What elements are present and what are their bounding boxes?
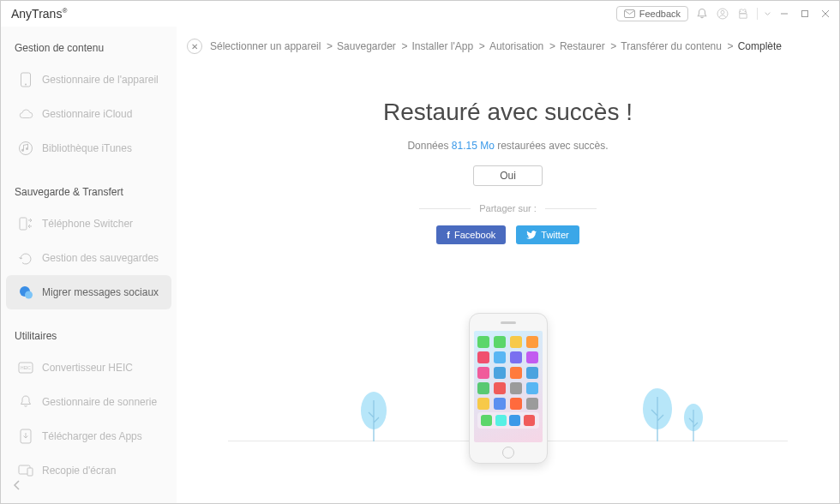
chat-icon bbox=[18, 285, 33, 300]
app-icon bbox=[510, 351, 522, 363]
svg-rect-4 bbox=[802, 11, 808, 17]
sidebar-item-label: Gestionnaire de sonnerie bbox=[42, 396, 157, 408]
app-icon bbox=[526, 367, 538, 379]
sidebar: Gestion de contenu Gestionnaire de l'app… bbox=[1, 27, 177, 503]
breadcrumb: ✕ Sélectionner un appareil > Sauvegarder… bbox=[177, 27, 839, 63]
sidebar-item-label: Gestionnaire iCloud bbox=[42, 108, 132, 120]
sidebar-item-label: Télécharger des Apps bbox=[42, 430, 142, 442]
app-icon bbox=[526, 351, 538, 363]
sidebar-item-switcher[interactable]: Téléphone Switcher bbox=[6, 207, 171, 241]
account-icon[interactable] bbox=[716, 7, 729, 21]
sidebar-item-label: Téléphone Switcher bbox=[42, 218, 133, 230]
maximize-icon[interactable] bbox=[798, 7, 812, 21]
dock-app-icon bbox=[509, 415, 520, 426]
svg-point-9 bbox=[20, 142, 33, 155]
app-icon bbox=[510, 398, 522, 410]
switch-icon bbox=[18, 216, 33, 231]
sidebar-item-itunes[interactable]: Bibliothèque iTunes bbox=[6, 131, 171, 165]
breadcrumb-step[interactable]: Transférer du contenu > bbox=[621, 40, 733, 52]
svg-point-2 bbox=[721, 10, 724, 14]
sidebar-item-label: Gestionnaire de l'appareil bbox=[42, 74, 159, 86]
breadcrumb-close-icon[interactable]: ✕ bbox=[187, 39, 202, 54]
svg-text:HEIC: HEIC bbox=[21, 365, 31, 370]
share-label: Partager sur : bbox=[479, 203, 537, 213]
illustration bbox=[228, 308, 788, 471]
window-controls: Feedback bbox=[616, 6, 832, 21]
breadcrumb-step[interactable]: Autorisation > bbox=[489, 40, 555, 52]
app-icon bbox=[494, 382, 506, 394]
breadcrumb-step-active[interactable]: Complète bbox=[738, 40, 782, 52]
app-icon bbox=[510, 367, 522, 379]
tree-icon bbox=[639, 388, 676, 441]
breadcrumb-step[interactable]: Installer l'App > bbox=[412, 40, 485, 52]
dock-app-icon bbox=[524, 415, 535, 426]
sidebar-section-backup: Sauvegarde & Transfert bbox=[1, 181, 177, 207]
heic-icon: HEIC bbox=[18, 360, 33, 375]
phone-icon bbox=[18, 72, 33, 87]
close-icon[interactable] bbox=[819, 7, 832, 21]
sidebar-item-ringtone[interactable]: Gestionnaire de sonnerie bbox=[6, 385, 171, 419]
facebook-icon: f bbox=[447, 230, 450, 240]
sidebar-collapse-icon[interactable] bbox=[13, 479, 21, 495]
sidebar-item-screen-mirror[interactable]: Recopie d'écran bbox=[6, 453, 171, 488]
main-panel: ✕ Sélectionner un appareil > Sauvegarder… bbox=[177, 27, 839, 503]
sidebar-item-social-messages[interactable]: Migrer messages sociaux bbox=[6, 275, 171, 309]
success-title: Restauré avec succès ! bbox=[177, 99, 839, 126]
notification-icon[interactable] bbox=[695, 7, 709, 21]
app-icon bbox=[477, 336, 489, 348]
mirror-icon bbox=[18, 463, 33, 478]
sidebar-item-label: Bibliothèque iTunes bbox=[42, 142, 132, 154]
titlebar: AnyTrans® Feedback bbox=[1, 1, 839, 27]
feedback-button[interactable]: Feedback bbox=[616, 6, 688, 21]
bell-icon bbox=[18, 394, 33, 410]
app-icon bbox=[477, 367, 489, 379]
sidebar-item-label: Convertisseur HEIC bbox=[42, 362, 133, 374]
app-icon bbox=[510, 336, 522, 348]
success-content: Restauré avec succès ! Données 81.15 Mo … bbox=[177, 63, 839, 501]
app-icon bbox=[510, 382, 522, 394]
cloud-icon bbox=[18, 106, 33, 122]
gift-icon[interactable] bbox=[736, 7, 750, 21]
ok-button[interactable]: Oui bbox=[473, 165, 543, 186]
twitter-icon bbox=[526, 231, 537, 239]
app-icon bbox=[494, 398, 506, 410]
svg-point-8 bbox=[25, 84, 27, 86]
feedback-label: Feedback bbox=[639, 9, 681, 19]
phone-illustration bbox=[469, 313, 548, 464]
app-icon bbox=[494, 351, 506, 363]
svg-rect-10 bbox=[20, 218, 27, 230]
sidebar-item-heic[interactable]: HEIC Convertisseur HEIC bbox=[6, 351, 171, 385]
svg-rect-17 bbox=[27, 468, 33, 476]
dropdown-icon[interactable] bbox=[757, 8, 771, 20]
tree-icon bbox=[357, 392, 391, 441]
sidebar-item-icloud[interactable]: Gestionnaire iCloud bbox=[6, 97, 171, 131]
minimize-icon[interactable] bbox=[777, 7, 791, 21]
breadcrumb-step[interactable]: Restaurer > bbox=[560, 40, 616, 52]
brand: AnyTrans® bbox=[11, 7, 67, 21]
app-icon bbox=[526, 398, 538, 410]
success-subline: Données 81.15 Mo restaurées avec succès. bbox=[177, 140, 839, 152]
app-icon bbox=[477, 351, 489, 363]
dock-app-icon bbox=[495, 415, 507, 426]
app-icon bbox=[526, 382, 538, 394]
facebook-button[interactable]: fFacebook bbox=[436, 225, 506, 244]
breadcrumb-step[interactable]: Sélectionner un appareil > bbox=[210, 40, 333, 52]
mail-icon bbox=[624, 9, 635, 18]
twitter-button[interactable]: Twitter bbox=[516, 225, 579, 244]
sidebar-item-label: Migrer messages sociaux bbox=[42, 286, 159, 298]
tree-icon bbox=[681, 404, 706, 441]
sidebar-item-backups[interactable]: Gestion des sauvegardes bbox=[6, 241, 171, 275]
app-icon bbox=[477, 398, 489, 410]
download-icon bbox=[18, 429, 33, 444]
sidebar-section-content: Gestion de contenu bbox=[1, 37, 177, 63]
sidebar-item-label: Gestion des sauvegardes bbox=[42, 252, 159, 264]
app-icon bbox=[526, 336, 538, 348]
app-icon bbox=[494, 367, 506, 379]
sidebar-item-download-apps[interactable]: Télécharger des Apps bbox=[6, 419, 171, 453]
app-icon bbox=[477, 382, 489, 394]
share-divider: Partager sur : bbox=[177, 203, 839, 213]
breadcrumb-step[interactable]: Sauvegarder > bbox=[337, 40, 407, 52]
app-icon bbox=[494, 336, 506, 348]
backup-icon bbox=[18, 250, 33, 266]
sidebar-item-device-manager[interactable]: Gestionnaire de l'appareil bbox=[6, 63, 171, 97]
